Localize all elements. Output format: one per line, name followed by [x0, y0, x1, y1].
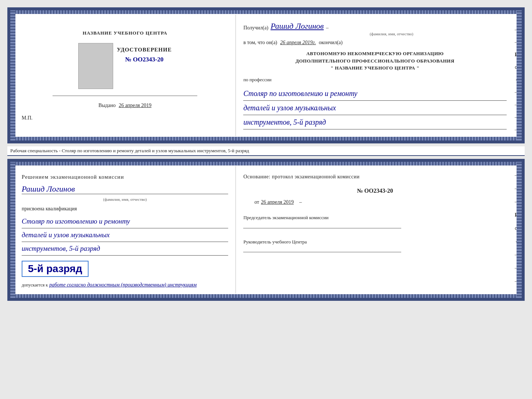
in-that-row: в том, что он(а) 26 апреля 2019г. окончи… — [243, 40, 507, 46]
specialty-text: Рабочая специальность - Столяр по изгото… — [10, 148, 249, 153]
chairman-label: Председатель экзаменационной комиссии — [243, 214, 507, 221]
completion-date: 26 апреля 2019г. — [280, 40, 316, 46]
finished-label: окончил(а) — [319, 40, 343, 46]
document-type: УДОСТОВЕРЕНИЕ — [117, 47, 172, 53]
top-cert-right: – – И ɑ ← – – – – Получил(а) Рашид Логин… — [236, 15, 516, 136]
org-line2: ДОПОЛНИТЕЛЬНОГО ПРОФЕССИОНАЛЬНОГО ОБРАЗО… — [243, 57, 507, 65]
document-wrapper: НАЗВАНИЕ УЧЕБНОГО ЦЕНТРА УДОСТОВЕРЕНИЕ №… — [4, 4, 528, 304]
in-that-label: в том, что он(а) — [243, 40, 277, 46]
qual-line2: деталей и узлов музыкальных — [22, 228, 228, 242]
specialty-bar: Рабочая специальность - Столяр по изгото… — [7, 146, 525, 156]
commission-text: Решением экзаменационной комиссии — [22, 173, 228, 181]
bottom-cert-left: Решением экзаменационной комиссии Рашид … — [16, 166, 236, 293]
org-line1: АВТОНОМНУЮ НЕКОММЕРЧЕСКУЮ ОРГАНИЗАЦИЮ — [243, 50, 507, 57]
document-number: № OO2343-20 — [125, 56, 163, 63]
issued-label: Выдано — [98, 103, 116, 108]
issued-date: 26 апреля 2019 — [119, 103, 151, 108]
bottom-cert-right: – – – И ɑ ← – – – – Основание: протокол … — [236, 166, 516, 293]
chairman-block: Председатель экзаменационной комиссии — [243, 214, 507, 229]
bottom-fio-label: (фамилия, имя, отчество) — [22, 197, 228, 202]
recipient-name-top: Рашид Логинов — [270, 21, 324, 31]
received-label: Получил(а) — [243, 25, 268, 31]
mp-label: М.П. — [22, 115, 33, 121]
from-date: 26 апреля 2019 — [261, 199, 294, 205]
bottom-recipient-name: Рашид Логинов — [22, 184, 228, 194]
org-name: " НАЗВАНИЕ УЧЕБНОГО ЦЕНТРА " — [243, 64, 507, 72]
top-cert-left: НАЗВАНИЕ УЧЕБНОГО ЦЕНТРА УДОСТОВЕРЕНИЕ №… — [16, 15, 236, 136]
qualification-label: присвоена квалификация — [22, 206, 228, 212]
rank-text: 5-й разряд — [28, 263, 82, 274]
center-head-label: Руководитель учебного Центра — [243, 238, 507, 246]
received-row: Получил(а) Рашид Логинов – — [243, 21, 507, 31]
top-certificate: НАЗВАНИЕ УЧЕБНОГО ЦЕНТРА УДОСТОВЕРЕНИЕ №… — [7, 7, 525, 143]
profession-block: Столяр по изготовлению и ремонту деталей… — [243, 86, 507, 129]
profession-line1: Столяр по изготовлению и ремонту — [243, 86, 507, 101]
qual-line1: Столяр по изготовлению и ремонту — [22, 215, 228, 228]
center-head-block: Руководитель учебного Центра — [243, 238, 507, 254]
qual-line3: инструментов, 5-й разряд — [22, 242, 228, 256]
photo-placeholder — [78, 43, 113, 89]
from-row: от 26 апреля 2019 – — [254, 199, 507, 205]
bottom-certificate: Решением экзаменационной комиссии Рашид … — [7, 159, 525, 301]
fio-label-top: (фамилия, имя, отчество) — [243, 32, 507, 36]
rank-box: 5-й разряд — [22, 261, 89, 277]
issued-line: Выдано 26 апреля 2019 — [98, 103, 151, 108]
from-label: от — [254, 199, 259, 205]
qualification-block: Столяр по изготовлению и ремонту деталей… — [22, 215, 228, 256]
allowed-row: допускается к работе согласно должностны… — [22, 282, 228, 288]
protocol-number: № OO2343-20 — [243, 188, 507, 194]
allowed-handwritten: работе согласно должностным (производств… — [49, 282, 197, 288]
top-training-center-label: НАЗВАНИЕ УЧЕБНОГО ЦЕНТРА — [83, 30, 168, 36]
dash-after-name: – — [326, 25, 328, 31]
profession-label: по профессии — [243, 77, 507, 83]
profession-line3: инструментов, 5-й разряд — [243, 115, 507, 129]
org-block: АВТОНОМНУЮ НЕКОММЕРЧЕСКУЮ ОРГАНИЗАЦИЮ ДО… — [243, 50, 507, 72]
basis-label: Основание: протокол экзаменационной коми… — [243, 173, 507, 181]
profession-line2: деталей и узлов музыкальных — [243, 101, 507, 115]
allowed-label: допускается к — [22, 282, 48, 288]
